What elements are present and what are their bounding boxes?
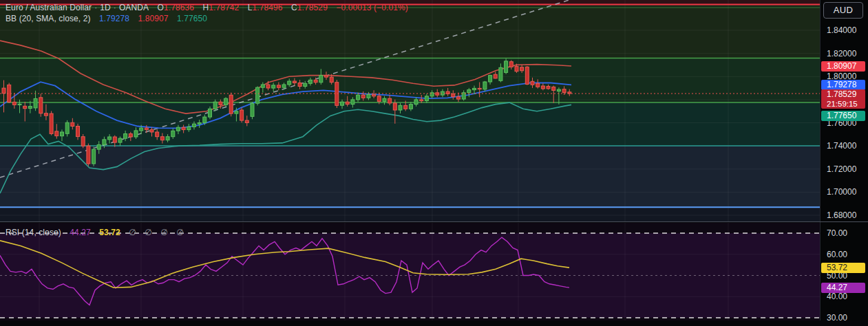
rsi-empty-value: ∅ [160, 228, 168, 237]
open-value: 1.78636 [164, 3, 194, 12]
legend-separator: · [94, 3, 97, 12]
chart-canvas[interactable] [0, 0, 821, 326]
axis-price-badge: 1.7852921:59:15 [821, 89, 865, 109]
rsi-tick: 40.00 [827, 292, 847, 301]
high-label: H [202, 3, 209, 12]
close-value: 1.78529 [297, 3, 328, 12]
change-value: −0.00013 (−0.01%) [336, 3, 407, 12]
exchange-label[interactable]: OANDA [119, 3, 149, 12]
price-tick: 1.72000 [827, 164, 856, 174]
price-tick: 1.84000 [827, 25, 856, 35]
rsi-empty-value: ∅ [145, 228, 152, 237]
rsi-empty-value: ∅ [129, 228, 136, 237]
axis-price-badge: 1.79278 [821, 80, 865, 90]
bb-indicator-legend[interactable]: BB (20, SMA, close, 2) 1.79278 1.80907 1… [6, 14, 207, 23]
rsi-tick: 60.00 [827, 250, 847, 259]
rsi-label[interactable]: RSI (14, close) [6, 228, 61, 237]
bb-lower-value: 1.77650 [177, 14, 207, 23]
rsi-value: 44.27 [70, 228, 91, 237]
pane-divider[interactable] [0, 221, 868, 222]
bb-upper-value: 1.80907 [138, 14, 169, 23]
axis-price-badge: 1.77650 [821, 111, 865, 121]
price-tick: 1.74000 [827, 141, 856, 151]
price-tick: 1.70000 [827, 187, 856, 197]
low-value: 1.78496 [253, 3, 283, 12]
legend-separator: · [114, 3, 116, 12]
bb-basis-value: 1.79278 [99, 14, 129, 23]
bb-label[interactable]: BB (20, SMA, close, 2) [6, 14, 91, 23]
currency-toggle-button[interactable]: AUD [823, 2, 863, 19]
open-label: O [158, 3, 164, 12]
axis-price-badge: 1.80907 [821, 61, 865, 72]
time-axis-strip [0, 320, 868, 326]
rsi-indicator-legend[interactable]: RSI (14, close) 44.27 53.72 ∅ ∅ ∅ ∅ [6, 228, 184, 237]
close-label: C [291, 3, 297, 12]
axis-price-badge: 53.72 [821, 263, 865, 273]
price-axis[interactable]: AUD 1.840001.820001.800001.760001.740001… [820, 0, 868, 326]
high-value: 1.78742 [209, 3, 239, 12]
price-tick: 1.68000 [827, 210, 856, 220]
rsi-tick: 70.00 [827, 228, 847, 238]
axis-price-badge: 44.27 [821, 283, 865, 293]
interval-label[interactable]: 1D [100, 3, 111, 12]
symbol-title[interactable]: Euro / Australian Dollar [6, 3, 92, 12]
symbol-legend[interactable]: Euro / Australian Dollar·1D·OANDA O1.786… [6, 3, 408, 12]
price-tick: 1.82000 [827, 49, 856, 58]
trading-chart-window: Euro / Australian Dollar·1D·OANDA O1.786… [0, 0, 868, 326]
rsi-empty-value: ∅ [176, 228, 184, 237]
rsi-ma-value: 53.72 [99, 228, 120, 237]
low-label: L [248, 3, 253, 12]
